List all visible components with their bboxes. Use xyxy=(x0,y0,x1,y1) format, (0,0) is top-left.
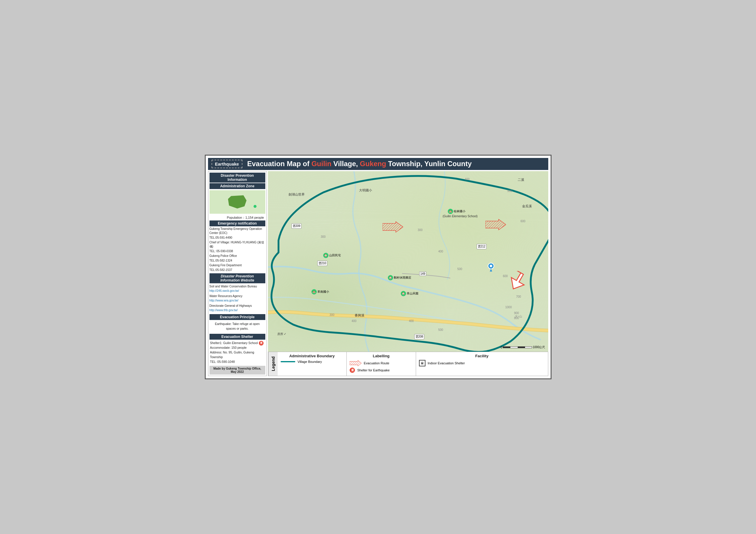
contact-fire-tel: TEL:05-582-1537 xyxy=(209,268,265,272)
contact-chief-tel: TEL: 05-590-0338 xyxy=(209,249,265,253)
shelter1-tel: TEL: 05-590-1048 xyxy=(210,360,265,364)
disaster-info-website-title: Disaster PreventionInformation Website xyxy=(209,273,265,283)
legend-admin-boundary: Administrative Boundary Village Boundary xyxy=(278,352,347,376)
map-container: 劍湖山世界 大明國小 二溪 金瓜溪 🏫 桂林國小 (Guilin Element… xyxy=(268,171,548,352)
contact-fire: Gukeng Fire Department xyxy=(209,263,265,267)
label-erxi: 二溪 xyxy=(518,178,524,182)
contour-1000: 1000 xyxy=(505,306,512,309)
genam-label: 革南國小 xyxy=(317,290,329,294)
legend-shelter-quake-label: Shelter for Earthquake xyxy=(357,369,390,372)
shelter-info: Shelter1: Guilin Elementary School 震 Acc… xyxy=(209,340,265,365)
genam-icon: 🏫 xyxy=(311,289,317,294)
route-212: 雲212 xyxy=(476,244,487,249)
evac-shelter-title: Evacuation Shelter xyxy=(209,334,265,340)
contour-300-bot: 300 xyxy=(330,313,335,317)
svg-marker-9 xyxy=(350,360,362,366)
legend-facility-title: Facility xyxy=(419,354,545,358)
village-name: Guilin xyxy=(311,160,332,167)
svg-marker-1 xyxy=(383,222,403,232)
legend-label: Legend xyxy=(268,352,278,376)
org-thb: Directorate General of Highways xyxy=(209,304,265,308)
township-name: Gukeng xyxy=(360,160,386,167)
legend-evac-route: Evacuation Route xyxy=(350,360,413,367)
label-fanxing: 番興溪 xyxy=(355,313,364,318)
shelter1-name: Shelter1: Guilin Elementary School xyxy=(210,341,258,345)
legend-quake-icon: 震 xyxy=(350,368,355,373)
contour-700: 700 xyxy=(516,295,521,298)
emergency-contacts: Gukeng Township Emergency Operation Cent… xyxy=(209,227,265,272)
contour-daishan: 大~山 xyxy=(515,315,523,318)
guilin-school-en: (Guilin Elementary School) xyxy=(443,215,478,218)
contact-police-tel: TEL:05-582-1324 xyxy=(209,259,265,263)
label-jianhu: 劍湖山世界 xyxy=(288,192,305,197)
header-title-prefix: Evacuation Map of xyxy=(247,160,311,167)
contact-chief: Chief of Village: HUANG-YI,HUANG (黃堤儀) xyxy=(209,241,265,249)
legend-admin-title: Administrative Boundary xyxy=(281,354,344,358)
map-area: 劍湖山世界 大明國小 二溪 金瓜溪 🏫 桂林國小 (Guilin Element… xyxy=(268,171,548,376)
contour-400-bot: 400 xyxy=(352,319,357,323)
svg-marker-3 xyxy=(485,219,506,230)
contact-eoc-name: Gukeng Township Emergency Operation Cent… xyxy=(209,227,265,235)
map-thumb-shape xyxy=(227,195,248,209)
location-pin xyxy=(488,263,494,273)
evac-arrow-3 xyxy=(509,271,526,293)
main-content: Disaster Prevention Information Administ… xyxy=(208,171,548,376)
link-swcb[interactable]: http://246.swcb.gov.tw/ xyxy=(209,289,265,293)
contact-eoc-tel: TEL:05-591-4490 xyxy=(209,236,265,240)
map-svg xyxy=(268,171,548,352)
shelter1-capacity: Accommodate: 150 people xyxy=(210,345,265,350)
header: Earthquake Evacuation Map of Guilin Vill… xyxy=(208,158,548,170)
svg-marker-4 xyxy=(509,271,526,292)
admin-zone-title: Administration Zone xyxy=(209,183,265,189)
contour-600-right: 600 xyxy=(521,219,526,223)
scale-bar: 0 1000公尺 xyxy=(501,345,545,349)
sidebar: Disaster Prevention Information Administ… xyxy=(208,171,267,376)
route-210: 雲210 xyxy=(317,261,328,266)
contour-300-mid: 300 xyxy=(418,228,423,232)
evac-principle-title: Evacuation Principle xyxy=(209,314,265,320)
contour-400-mid: 400 xyxy=(438,250,444,253)
svg-point-6 xyxy=(490,265,492,267)
evac-arrow-1 xyxy=(383,221,403,234)
legend-labelling: Labelling Evacuation Route xyxy=(347,352,416,376)
legend-area: Legend Administrative Boundary Village B… xyxy=(268,352,548,376)
emergency-title: Emergency notification xyxy=(209,220,265,226)
genam-facility: 🏫 革南國小 xyxy=(311,289,329,294)
route-208: 雲208 xyxy=(414,334,424,339)
geshan-facility: 🏠 革山禾園 xyxy=(401,291,418,296)
admin-map-thumbnail xyxy=(209,190,265,214)
legend-evac-route-label: Evacuation Route xyxy=(364,361,389,365)
postal-facility: 🏠 郵村休閒農莊 xyxy=(388,275,411,280)
link-thb[interactable]: http://www.thb.gov.tw/ xyxy=(209,308,265,312)
geshan-icon: 🏠 xyxy=(401,291,406,296)
route-149: 149 xyxy=(419,271,427,276)
websites-block: Soil and Water Conservation Bureau http:… xyxy=(209,284,265,312)
label-daming: 大明國小 xyxy=(359,188,372,192)
postal-icon: 🏠 xyxy=(388,275,393,280)
evac-arrow-2 xyxy=(485,219,506,232)
contour-500-bot: 500 xyxy=(438,328,444,331)
legend-indoor-shelter-label: Indoor Evacuation Shelter xyxy=(428,361,465,365)
route-209: 雲209 xyxy=(291,223,302,229)
legend-teal-line xyxy=(281,361,295,362)
map-thumb-dot xyxy=(254,205,256,208)
population-value: 1,154 people xyxy=(245,216,264,219)
contact-police: Gukeng Police Office xyxy=(209,254,265,258)
population-info: Population：1,154 people xyxy=(209,215,265,220)
guilin-school-icon: 🏫 xyxy=(448,209,453,214)
label-chuso: 庶所 ✓ xyxy=(277,332,286,336)
legend-village-label: Village Boundary xyxy=(298,360,322,364)
org-swcb: Soil and Water Conservation Bureau xyxy=(209,284,265,289)
header-suffix: Township, Yunlin County xyxy=(386,160,472,167)
guilin-school-facility: 🏫 桂林國小 xyxy=(448,209,465,214)
contour-400-top: 400 xyxy=(465,178,470,181)
legend-shelter-icon: 🏛 xyxy=(419,360,425,367)
org-wra: Water Resources Agency xyxy=(209,294,265,298)
header-connector: Village, xyxy=(332,160,360,167)
link-wra[interactable]: http://www.wra.gov.tw/ xyxy=(209,298,265,303)
label-jingua: 金瓜溪 xyxy=(522,204,532,208)
legend-shelter-quake: 震 Shelter for Earthquake xyxy=(350,368,413,373)
contour-500-top: 500 xyxy=(507,190,512,192)
header-title: Evacuation Map of Guilin Village, Gukeng… xyxy=(247,160,472,168)
population-label: Population： xyxy=(227,216,245,219)
